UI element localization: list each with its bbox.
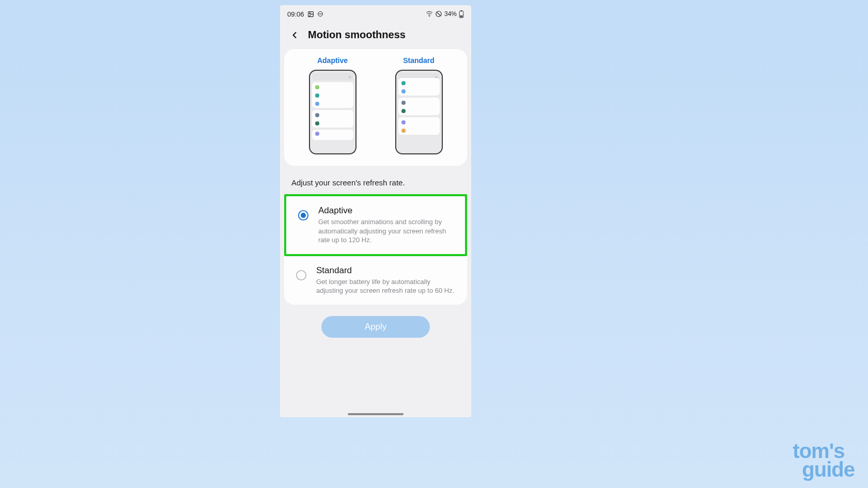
watermark: tom's guide [793, 442, 855, 479]
option-adaptive[interactable]: Adaptive Get smoother animations and scr… [284, 194, 467, 256]
radio-unselected-icon [296, 270, 307, 281]
battery-icon [459, 10, 464, 18]
watermark-line2: guide [793, 460, 855, 479]
apply-button[interactable]: Apply [321, 316, 430, 338]
phone-frame: 09:06 34% Motion smoothness Adaptive ⌕ [280, 5, 471, 417]
preview-standard[interactable]: Standard ⌕ [395, 56, 443, 154]
status-bar: 09:06 34% [280, 5, 471, 23]
svg-line-6 [437, 12, 440, 16]
svg-point-1 [309, 12, 310, 13]
svg-point-12 [297, 270, 306, 279]
status-right: 34% [426, 10, 464, 18]
watermark-line1: tom's [793, 442, 855, 460]
option-adaptive-title: Adaptive [318, 206, 455, 216]
section-description: Adjust your screen's refresh rate. [280, 166, 471, 194]
radio-selected-icon [298, 210, 309, 221]
preview-standard-label: Standard [403, 56, 435, 65]
page-title: Motion smoothness [308, 29, 406, 41]
status-battery-text: 34% [444, 10, 457, 18]
no-signal-icon [435, 10, 442, 18]
preview-adaptive[interactable]: Adaptive ⌕ [309, 56, 357, 154]
title-bar: Motion smoothness [280, 23, 471, 49]
preview-card: Adaptive ⌕ [284, 49, 467, 166]
wifi-icon [426, 10, 433, 18]
svg-rect-9 [460, 15, 462, 17]
phone-mock-adaptive: ⌕ [309, 70, 357, 154]
status-time: 09:06 [287, 10, 304, 18]
option-standard[interactable]: Standard Get longer battery life by auto… [284, 256, 467, 305]
option-standard-desc: Get longer battery life by automatically… [316, 277, 457, 295]
option-adaptive-desc: Get smoother animations and scrolling by… [318, 217, 455, 245]
preview-adaptive-label: Adaptive [317, 56, 348, 65]
gesture-bar[interactable] [348, 413, 404, 415]
options-card: Adaptive Get smoother animations and scr… [284, 194, 467, 305]
svg-point-4 [429, 16, 429, 17]
svg-point-11 [301, 213, 306, 218]
theta-icon [317, 11, 323, 17]
option-standard-title: Standard [316, 265, 457, 276]
back-icon[interactable] [289, 30, 300, 40]
phone-mock-standard: ⌕ [395, 70, 443, 154]
status-left: 09:06 [287, 10, 323, 18]
search-icon: ⌕ [349, 74, 351, 79]
image-icon [307, 11, 314, 18]
